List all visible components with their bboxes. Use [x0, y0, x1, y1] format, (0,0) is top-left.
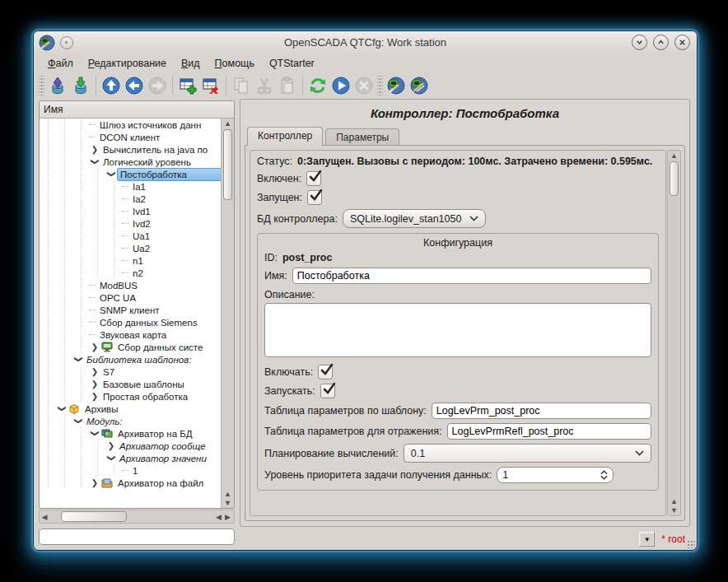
tree-item-label[interactable]: Постобработка	[117, 168, 222, 181]
tree-item-label[interactable]: SNMP клиент	[97, 305, 162, 316]
tree-item[interactable]: 1	[40, 464, 222, 477]
tab-controller[interactable]: Контроллер	[247, 127, 323, 146]
priority-spinbox[interactable]: 1	[497, 467, 614, 483]
maximize-button[interactable]	[653, 35, 669, 50]
tree-item[interactable]: Шлюз источников данн	[40, 119, 222, 131]
tree-item[interactable]: ❯Архиватор на файл	[40, 477, 222, 489]
menu-file[interactable]: Файл	[40, 55, 81, 72]
tree-item-label[interactable]: Ia2	[130, 193, 148, 205]
shade-button[interactable]	[632, 35, 647, 50]
tree-item-label[interactable]: Модуль:	[84, 416, 125, 427]
go-back-button[interactable]	[123, 74, 146, 97]
scroll-right-icon[interactable]: ▶	[223, 513, 232, 521]
schedule-combobox[interactable]: 0.1	[404, 444, 651, 463]
scroll-left-icon[interactable]: ◀	[214, 513, 223, 521]
tree-item[interactable]: ❯Архиватор сообще	[40, 440, 222, 452]
scrollbar-thumb[interactable]	[223, 129, 232, 200]
tree-item[interactable]: Ia1	[40, 180, 222, 193]
tree-item[interactable]: n1	[40, 254, 222, 267]
tree-item[interactable]: Ua2	[40, 242, 222, 254]
toolbar-handle[interactable]	[39, 76, 44, 95]
tree-item[interactable]: ❯Архиватор на БД	[40, 427, 222, 440]
scrollbar-thumb[interactable]	[670, 161, 679, 196]
expander-open-icon[interactable]: ❯	[72, 354, 85, 365]
menu-help[interactable]: Помощь	[208, 55, 262, 72]
menu-qtstarter[interactable]: QTStarter	[262, 55, 322, 72]
tree-item-label[interactable]: Архиватор значени	[117, 453, 209, 464]
save-to-db-button[interactable]	[69, 74, 92, 97]
toolbar-handle[interactable]	[377, 76, 383, 95]
tree-item[interactable]: Ivd2	[40, 217, 222, 230]
title-bar[interactable]: OpenSCADA QTCfg: Work station	[34, 31, 697, 54]
controller-db-select[interactable]: SQLite.logilev_stan1050	[343, 209, 487, 228]
tree-item-label[interactable]: Базовые шаблоны	[100, 379, 187, 390]
scroll-up-icon[interactable]: ▲	[668, 496, 680, 505]
tree-item[interactable]: ❯Модуль:	[40, 415, 222, 427]
tree-item[interactable]: ❯Базовые шаблоны	[40, 378, 222, 390]
tree-item-label[interactable]: DCON клиент	[97, 132, 162, 143]
tree-item-label[interactable]: Вычислитель на java по	[100, 144, 210, 156]
spin-down-icon[interactable]	[600, 475, 608, 480]
param-table-refl-input[interactable]	[447, 423, 651, 440]
add-item-button[interactable]	[176, 74, 199, 97]
start-button[interactable]	[329, 74, 352, 97]
tree-item[interactable]: ❯Архивы	[40, 403, 222, 415]
tree-item-label[interactable]: Сбор данных Siemens	[97, 317, 200, 328]
tree-header[interactable]: Имя	[40, 101, 234, 119]
close-button[interactable]	[674, 35, 690, 50]
description-textarea[interactable]	[264, 303, 651, 357]
qtstarter-vision-button[interactable]	[408, 74, 431, 97]
tree-item[interactable]: ❯Простая обработка	[40, 390, 222, 403]
expander-open-icon[interactable]: ❯	[56, 403, 68, 415]
enabled-checkbox[interactable]	[306, 171, 321, 186]
param-table-input[interactable]	[432, 403, 651, 419]
tree-item-label[interactable]: Сбор данных систе	[115, 342, 205, 353]
qtstarter-config-button[interactable]	[385, 74, 408, 97]
tree-item-label[interactable]: Ivd1	[130, 206, 153, 217]
scroll-up-icon[interactable]: ▲	[668, 151, 680, 161]
running-checkbox[interactable]	[307, 190, 322, 205]
expander-open-icon[interactable]: ❯	[105, 453, 118, 464]
tree-item-label[interactable]: Звуковая карта	[97, 329, 169, 341]
expander-closed-icon[interactable]: ❯	[105, 440, 117, 452]
expander-closed-icon[interactable]: ❯	[89, 390, 100, 403]
tree-item-label[interactable]: Ivd2	[130, 218, 153, 230]
scroll-left-icon[interactable]: ◀	[40, 513, 49, 521]
tree-item-label[interactable]: n1	[130, 255, 146, 267]
scroll-up-icon[interactable]: ▲	[222, 119, 234, 128]
tree-item-label[interactable]: Архиватор на файл	[115, 477, 206, 489]
expander-open-icon[interactable]: ❯	[89, 428, 101, 440]
tree-item[interactable]: ❯Постобработка	[40, 168, 222, 180]
expander-closed-icon[interactable]: ❯	[89, 341, 100, 353]
expander-open-icon[interactable]: ❯	[89, 156, 101, 168]
scroll-down-icon[interactable]: ▼	[222, 498, 234, 507]
tree-item[interactable]: Ua1	[40, 230, 222, 242]
tree-item[interactable]: ❯Библиотека шаблонов:	[40, 353, 222, 365]
tree-item[interactable]: Ivd1	[40, 205, 222, 217]
tree-item-label[interactable]: Ua1	[130, 230, 152, 242]
tree-vertical-scrollbar[interactable]: ▲ ▲ ▼	[221, 119, 234, 508]
delete-item-button[interactable]	[199, 74, 222, 97]
to-enable-checkbox[interactable]	[318, 365, 333, 379]
resize-grip[interactable]	[687, 540, 695, 548]
tree-item[interactable]: DCON клиент	[40, 131, 222, 143]
tree-item-label[interactable]: S7	[100, 366, 117, 378]
go-up-button[interactable]	[100, 74, 123, 97]
tree-item[interactable]: SNMP клиент	[40, 304, 222, 316]
tree-item[interactable]: Ia2	[40, 193, 222, 205]
tree-item-label[interactable]: Ia1	[130, 181, 148, 193]
tree-item[interactable]: OPC UA	[40, 291, 222, 304]
tree-item[interactable]: ModBUS	[40, 279, 222, 291]
expander-open-icon[interactable]: ❯	[105, 169, 118, 180]
tree-item[interactable]: Сбор данных Siemens	[40, 316, 222, 328]
expander-closed-icon[interactable]: ❯	[89, 378, 100, 390]
expander-open-icon[interactable]: ❯	[72, 416, 85, 427]
tree-item-label[interactable]: Архиватор сообще	[117, 440, 208, 452]
tree-item[interactable]: Звуковая карта	[40, 328, 222, 341]
expander-closed-icon[interactable]: ❯	[89, 365, 100, 378]
menu-edit[interactable]: Редактирование	[81, 55, 174, 72]
tree-item-label[interactable]: Архиватор на БД	[115, 428, 195, 440]
name-input[interactable]	[292, 268, 651, 284]
scroll-down-icon[interactable]: ▼	[668, 505, 680, 514]
menu-view[interactable]: Вид	[174, 55, 208, 72]
